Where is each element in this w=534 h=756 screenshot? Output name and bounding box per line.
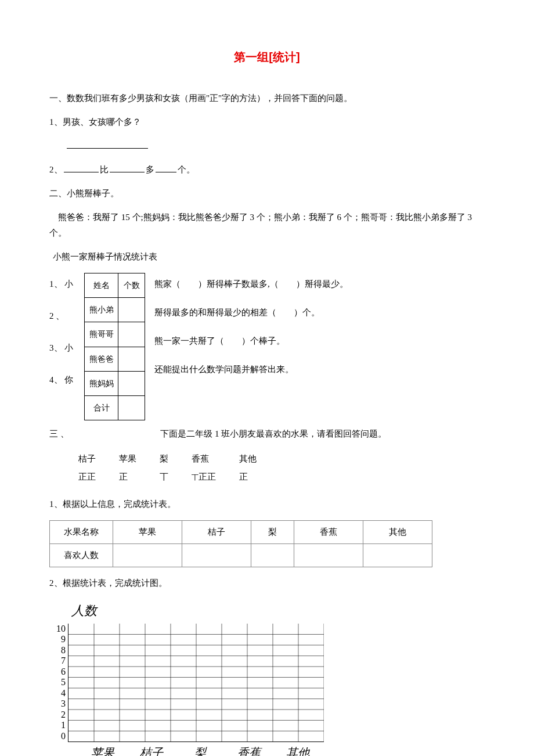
stat-h0: 水果名称 (50, 521, 113, 544)
section3-q2: 2、根据统计表，完成统计图。 (49, 575, 485, 591)
stat-row-label: 喜欢人数 (50, 544, 113, 567)
tally-m0: 正正 (67, 468, 107, 486)
ytick-1: 1 (56, 720, 66, 731)
ytick-4: 4 (56, 688, 66, 699)
num-1: 1、 小 (49, 276, 84, 292)
xlabel-2: 梨 (176, 742, 225, 756)
stat-h3: 梨 (251, 521, 294, 544)
right-line-2: 熊一家一共掰了（ ）个棒子。 (154, 333, 485, 349)
page-title: 第一组[统计] (49, 46, 485, 67)
q1-2-mid2: 多 (146, 165, 154, 174)
section2-story: 熊爸爸：我掰了 15 个;熊妈妈：我比熊爸爸少掰了 3 个；熊小弟：我掰了 6 … (49, 210, 485, 241)
stat-cell-3[interactable] (294, 544, 363, 567)
bear-th-name: 姓名 (85, 273, 118, 298)
section2-right: 熊家（ ）掰得棒子数最多,（ ）掰得最少。 掰得最多的和掰得最少的相差（ ）个。… (145, 273, 485, 377)
tally-m3: 正正 (199, 472, 216, 481)
ytick-7: 7 (56, 656, 66, 667)
num-4: 4、 你 (49, 372, 84, 388)
chart-yticks: 0 1 2 3 4 5 6 7 8 9 10 (56, 624, 68, 742)
bear-cell-3[interactable] (118, 371, 145, 395)
stat-cell-0[interactable] (113, 544, 182, 567)
ytick-9: 9 (56, 634, 66, 645)
tally-h1: 苹果 (107, 450, 148, 468)
stat-h5: 其他 (363, 521, 432, 544)
q1-2-blank3[interactable] (156, 172, 176, 172)
bear-cell-4[interactable] (118, 395, 145, 420)
bear-cell-1[interactable] (118, 322, 145, 347)
tally-h3: 香蕉 (180, 450, 228, 468)
ytick-5: 5 (56, 677, 66, 688)
num-3: 3、 小 (49, 340, 84, 356)
right-line-3: 还能提出什么数学问题并解答出来。 (154, 362, 485, 377)
q1-2: 2、比多个。 (49, 162, 485, 178)
ytick-6: 6 (56, 667, 66, 678)
q1-2-mid1: 比 (100, 165, 109, 174)
tally-m2: 丅 (148, 468, 180, 486)
bear-row-1: 熊哥哥 (85, 322, 118, 347)
chart-grid (68, 624, 324, 743)
stat-h1: 苹果 (113, 521, 182, 544)
q1-1: 1、男孩、女孩哪个多？ (49, 114, 485, 130)
tally-m1: 正 (107, 468, 148, 486)
bear-row-2: 熊爸爸 (85, 347, 118, 371)
tally-extra: 丅 (192, 473, 199, 481)
ytick-8: 8 (56, 645, 66, 656)
ytick-0: 0 (56, 731, 66, 742)
bear-th-count: 个数 (118, 273, 145, 298)
tally-h2: 梨 (148, 450, 180, 468)
section2-caption: 小熊一家掰棒子情况统计表 (53, 249, 485, 265)
q1-2-suffix: 个。 (178, 165, 195, 174)
bear-row-3: 熊妈妈 (85, 371, 118, 395)
tally-h4: 其他 (228, 450, 268, 468)
chart: 人数 0 1 2 3 4 5 6 7 8 9 10 (56, 599, 485, 756)
xlabel-0: 苹果 (78, 742, 127, 756)
xlabel-3: 香蕉 (225, 742, 273, 756)
q1-1-blank[interactable] (67, 148, 148, 149)
stat-cell-1[interactable] (182, 544, 251, 567)
stat-h4: 香蕉 (294, 521, 363, 544)
tally-h0: 桔子 (67, 450, 107, 468)
stat-cell-4[interactable] (363, 544, 432, 567)
bear-cell-2[interactable] (118, 347, 145, 371)
chart-ylabel: 人数 (71, 599, 485, 622)
chart-xlabels: 苹果 桔子 梨 香蕉 其他 (78, 742, 485, 756)
bear-row-0: 熊小弟 (85, 298, 118, 322)
section1-heading: 一、数数我们班有多少男孩和女孩（用画"正"字的方法），并回答下面的问题。 (49, 91, 485, 106)
bear-row-4: 合计 (85, 395, 118, 420)
q1-2-blank1[interactable] (64, 172, 99, 172)
ytick-3: 3 (56, 699, 66, 710)
section3-heading: 下面是二年级 1 班小朋友最喜欢的水果，请看图回答问题。 (160, 429, 387, 438)
bear-cell-0[interactable] (118, 298, 145, 322)
stat-cell-2[interactable] (251, 544, 294, 567)
tally-table: 桔子 苹果 梨 香蕉 其他 正正 正 丅 丅正正 正 (67, 450, 268, 486)
bear-table: 姓名 个数 熊小弟 熊哥哥 熊爸爸 熊妈妈 合计 (84, 273, 145, 420)
section3-q1: 1、根据以上信息，完成统计表。 (49, 496, 485, 512)
q1-2-prefix: 2、 (49, 165, 63, 174)
num-2: 2 、 (49, 308, 84, 324)
q1-2-blank2[interactable] (110, 172, 145, 172)
xlabel-1: 桔子 (127, 742, 176, 756)
tally-m4: 正 (228, 468, 268, 486)
section2-nums: 1、 小 2 、 3、 小 4、 你 (49, 273, 84, 388)
stat-h2: 桔子 (182, 521, 251, 544)
section3-prefix: 三 、 (49, 429, 69, 438)
ytick-10: 10 (56, 624, 66, 635)
right-line-0: 熊家（ ）掰得棒子数最多,（ ）掰得最少。 (154, 276, 485, 292)
right-line-1: 掰得最多的和掰得最少的相差（ ）个。 (154, 305, 485, 321)
section2-heading: 二、小熊掰棒子。 (49, 186, 485, 201)
stat-table: 水果名称 苹果 桔子 梨 香蕉 其他 喜欢人数 (49, 520, 432, 567)
xlabel-4: 其他 (273, 742, 322, 756)
ytick-2: 2 (56, 710, 66, 721)
